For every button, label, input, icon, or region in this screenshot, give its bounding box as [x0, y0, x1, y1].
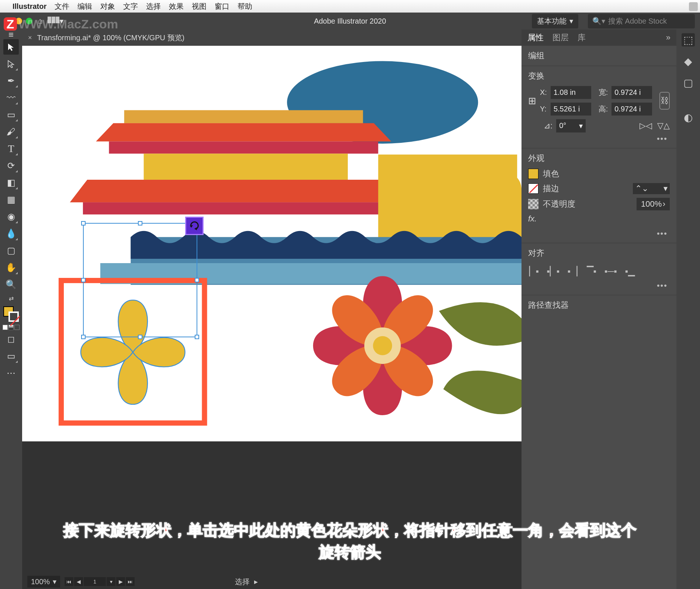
align-right-icon[interactable]: ▪▕ [566, 266, 578, 276]
w-input[interactable]: 0.9724 i [611, 86, 652, 99]
chevron-down-icon: ▾ [663, 184, 668, 193]
y-input[interactable]: 5.5261 i [551, 103, 591, 116]
stroke-swatch[interactable] [8, 311, 19, 322]
align-more-icon[interactable]: ••• [528, 279, 670, 290]
type-tool[interactable]: T [3, 141, 19, 156]
resize-handle[interactable] [81, 278, 86, 282]
zoom-tool[interactable]: 🔍 [3, 277, 19, 292]
h-input[interactable]: 0.9724 i [611, 103, 652, 116]
curvature-tool[interactable]: 〰 [3, 90, 19, 106]
menu-help[interactable]: 帮助 [238, 1, 252, 11]
eyedropper-tool[interactable]: 💧 [3, 226, 19, 241]
asset-export-icon[interactable]: ◐ [682, 111, 695, 124]
rotate-cursor-icon [185, 217, 204, 235]
rotate-tool[interactable]: ⟳ [3, 158, 19, 173]
artboards-panel-icon[interactable]: ▢ [682, 76, 695, 89]
menu-effect[interactable]: 效果 [169, 1, 184, 11]
fill-color-swatch[interactable] [528, 169, 538, 179]
resize-handle[interactable] [195, 335, 199, 339]
app-menu-name[interactable]: Illustrator [13, 2, 46, 11]
status-bar: 100%▾ ⏮ ◀ 1 ▾ ▶ ⏭ 选择 ▸ [22, 574, 521, 589]
transform-more-icon[interactable]: ••• [528, 132, 670, 144]
opacity-input[interactable]: 100%› [637, 198, 670, 210]
align-top-icon[interactable]: ▔▪ [586, 266, 597, 276]
fill-stroke-control[interactable] [3, 306, 19, 322]
align-bottom-icon[interactable]: ▪▁ [624, 266, 636, 276]
hand-tool[interactable]: ✋ [3, 260, 19, 275]
document-tab[interactable]: × Transforming.ai* @ 100% (CMYK/GPU 预览) [22, 30, 521, 46]
selection-tool[interactable] [3, 39, 19, 55]
resize-handle[interactable] [138, 335, 142, 339]
resize-handle[interactable] [138, 221, 142, 225]
stroke-label: 描边 [543, 183, 559, 194]
first-artboard-icon[interactable]: ⏮ [65, 577, 73, 586]
menu-file[interactable]: 文件 [55, 1, 69, 11]
tab-properties[interactable]: 属性 [527, 32, 544, 43]
flip-horizontal-icon[interactable]: ▷◁ [640, 121, 652, 131]
screen-mode-icon[interactable]: ▭ [3, 348, 19, 364]
canvas[interactable] [22, 46, 521, 589]
align-hcenter-icon[interactable]: ▪▏▪ [547, 266, 559, 276]
menu-edit[interactable]: 编辑 [77, 1, 92, 11]
pen-tool[interactable]: ✒ [3, 73, 19, 89]
tab-libraries[interactable]: 库 [578, 32, 586, 43]
selection-bounding-box[interactable] [83, 223, 197, 337]
stroke-color-swatch[interactable] [528, 183, 538, 194]
menu-view[interactable]: 视图 [192, 1, 207, 11]
paintbrush-tool[interactable]: 🖌 [3, 124, 19, 140]
menu-type[interactable]: 文字 [123, 1, 138, 11]
reference-point-icon[interactable]: ⊞ [528, 95, 536, 107]
gradient-tool[interactable]: ▦ [3, 192, 19, 207]
fx-button[interactable]: fx. [528, 214, 537, 224]
svg-rect-4 [144, 154, 348, 180]
direct-select-tool[interactable] [3, 56, 19, 72]
chevron-down-icon[interactable]: ▾ [107, 577, 115, 586]
prev-artboard-icon[interactable]: ◀ [74, 577, 83, 586]
menu-window[interactable]: 窗口 [215, 1, 229, 11]
pasteboard [22, 441, 521, 589]
rectangle-tool[interactable]: ▭ [3, 107, 19, 123]
resize-handle[interactable] [81, 335, 86, 339]
artboard[interactable] [22, 46, 521, 441]
opacity-swatch-icon [528, 199, 538, 209]
edit-toolbar-icon[interactable]: ⋯ [3, 365, 19, 381]
panel-collapse-icon[interactable]: » [666, 33, 670, 42]
layers-panel-icon[interactable]: ◆ [682, 55, 695, 68]
align-left-icon[interactable]: ▏▪ [528, 266, 540, 276]
artboard-index[interactable]: 1 [84, 577, 106, 586]
next-artboard-icon[interactable]: ▶ [116, 577, 125, 586]
tab-layers[interactable]: 图层 [552, 32, 569, 43]
svg-rect-3 [109, 141, 378, 154]
eraser-tool[interactable]: ◧ [3, 175, 19, 190]
last-artboard-icon[interactable]: ⏭ [126, 577, 135, 586]
mac-zoom-handle-icon[interactable] [689, 2, 698, 11]
resize-handle[interactable] [81, 221, 86, 225]
document-tab-label: Transforming.ai* @ 100% (CMYK/GPU 预览) [37, 33, 185, 43]
status-select-label[interactable]: 选择 [235, 577, 250, 587]
toolbar-handle-icon[interactable]: ≡ [3, 32, 19, 38]
adobe-stock-search[interactable]: 🔍▾ 搜索 Adobe Stock [588, 14, 695, 28]
menu-object[interactable]: 对象 [100, 1, 115, 11]
color-swap-icon[interactable]: ⇄ [3, 294, 19, 303]
3d-panel-icon[interactable]: ⬚ [682, 33, 695, 46]
shape-builder-tool[interactable]: ◉ [3, 209, 19, 224]
caption-line1: 接下来旋转形状，单击选中此处的黄色花朵形状，将指针移到任意一角，会看到这个 [37, 520, 663, 541]
menu-select[interactable]: 选择 [146, 1, 161, 11]
appearance-more-icon[interactable]: ••• [528, 227, 670, 238]
link-wh-icon[interactable]: ⛓ [659, 92, 670, 110]
appearance-title: 外观 [528, 153, 670, 164]
align-vcenter-icon[interactable]: ▪─▪ [605, 266, 617, 276]
workspace-switcher[interactable]: 基本功能 ▾ [532, 14, 578, 28]
close-tab-icon[interactable]: × [28, 34, 32, 42]
x-label: X: [540, 88, 547, 97]
zoom-level-select[interactable]: 100%▾ [27, 576, 60, 588]
flip-vertical-icon[interactable]: ▽△ [657, 121, 670, 131]
artboard-tool[interactable]: ▢ [3, 243, 19, 258]
transform-section: 变换 ⊞ X: 1.08 in 宽: 0.9724 i Y: 5.5261 i … [521, 66, 676, 148]
draw-mode-icon[interactable]: ◻ [3, 331, 19, 347]
y-label: Y: [540, 105, 547, 113]
x-input[interactable]: 1.08 in [551, 86, 591, 99]
resize-handle[interactable] [195, 278, 199, 282]
stroke-weight-input[interactable]: ⌃⌄▾ [633, 183, 670, 194]
angle-input[interactable]: 0°▾ [556, 119, 586, 132]
